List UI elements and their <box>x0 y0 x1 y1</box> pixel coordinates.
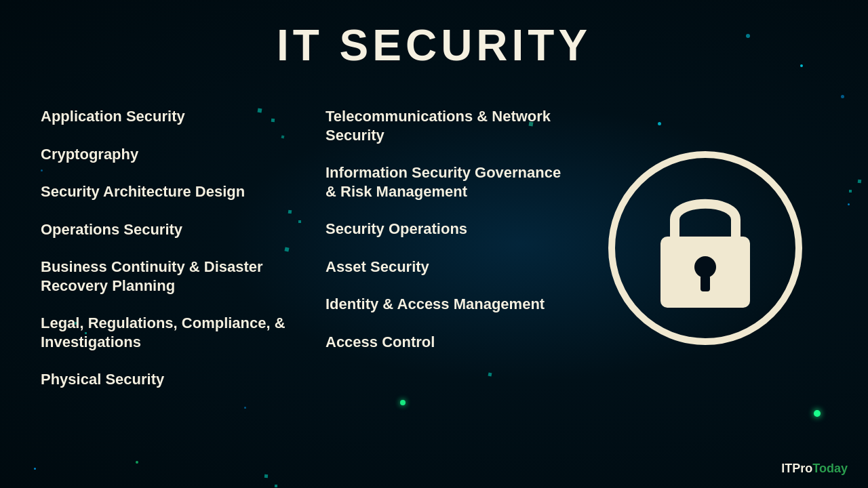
svg-point-2 <box>694 256 716 278</box>
right-list-item-0: Telecommunications & Network Security <box>326 98 563 154</box>
left-list-item-1: Cryptography <box>41 136 298 174</box>
page-content: IT SECURITY Application SecurityCryptogr… <box>0 0 868 488</box>
left-list-item-6: Physical Security <box>41 361 298 399</box>
branding-today: Today <box>812 462 848 475</box>
left-list-item-2: Security Architecture Design <box>41 173 298 211</box>
right-list-item-4: Identity & Access Management <box>326 285 563 323</box>
svg-rect-3 <box>701 275 710 291</box>
right-list-item-5: Access Control <box>326 323 563 361</box>
page-title: IT SECURITY <box>41 20 827 70</box>
right-list-item-3: Asset Security <box>326 248 563 286</box>
left-column: Application SecurityCryptographySecurity… <box>41 98 298 399</box>
branding-itpro: ITPro <box>781 462 812 475</box>
left-list-item-0: Application Security <box>41 98 298 136</box>
left-list-item-3: Operations Security <box>41 211 298 249</box>
right-list-item-1: Information Security Governance & Risk M… <box>326 154 563 210</box>
right-column: Telecommunications & Network SecurityInf… <box>326 98 563 399</box>
left-list-item-5: Legal, Regulations, Compliance, & Invest… <box>41 304 298 361</box>
lock-icon <box>604 146 807 350</box>
left-list-item-4: Business Continuity & Disaster Recovery … <box>41 248 298 304</box>
lock-area <box>583 98 827 399</box>
main-layout: Application SecurityCryptographySecurity… <box>41 98 827 399</box>
right-list-item-2: Security Operations <box>326 210 563 248</box>
branding: ITProToday <box>781 462 848 476</box>
